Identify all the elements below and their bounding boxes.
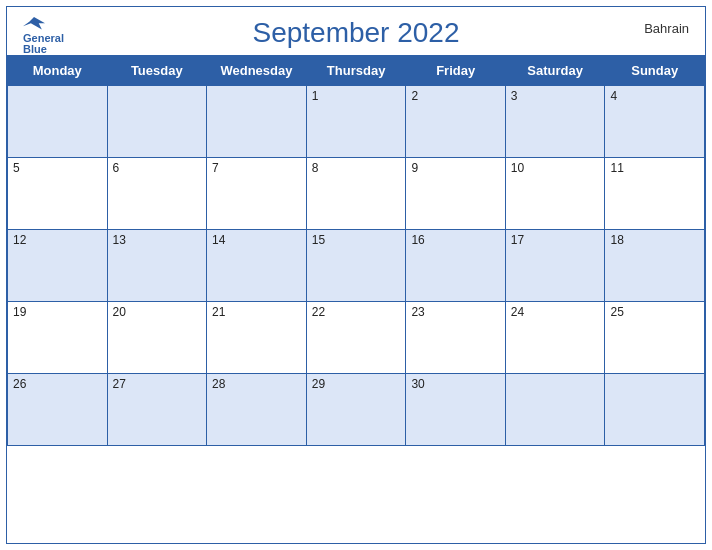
day-number: 22 [312, 305, 325, 319]
calendar-cell: 7 [207, 158, 307, 230]
day-number: 7 [212, 161, 219, 175]
header-saturday: Saturday [505, 56, 605, 86]
day-number: 8 [312, 161, 319, 175]
calendar-cell: 16 [406, 230, 505, 302]
calendar-cell [8, 86, 108, 158]
day-number: 20 [113, 305, 126, 319]
country-label: Bahrain [644, 21, 689, 36]
calendar-cell: 8 [306, 158, 406, 230]
calendar-header: General Blue September 2022 Bahrain [7, 7, 705, 55]
calendar-cell [107, 86, 207, 158]
day-number: 16 [411, 233, 424, 247]
day-number: 23 [411, 305, 424, 319]
day-number: 1 [312, 89, 319, 103]
day-number: 19 [13, 305, 26, 319]
calendar-cell: 4 [605, 86, 705, 158]
calendar-cell: 10 [505, 158, 605, 230]
day-number: 12 [13, 233, 26, 247]
calendar-cell [207, 86, 307, 158]
calendar-week-row: 2627282930 [8, 374, 705, 446]
day-number: 26 [13, 377, 26, 391]
calendar-cell: 21 [207, 302, 307, 374]
calendar-week-row: 1234 [8, 86, 705, 158]
day-number: 27 [113, 377, 126, 391]
calendar-cell: 29 [306, 374, 406, 446]
bird-icon [23, 15, 45, 33]
header-thursday: Thursday [306, 56, 406, 86]
calendar-table: Monday Tuesday Wednesday Thursday Friday… [7, 55, 705, 446]
calendar-cell: 12 [8, 230, 108, 302]
calendar-cell: 30 [406, 374, 505, 446]
header-monday: Monday [8, 56, 108, 86]
calendar-cell [505, 374, 605, 446]
calendar-cell [605, 374, 705, 446]
calendar-cell: 25 [605, 302, 705, 374]
logo-area: General Blue [23, 15, 64, 55]
calendar-cell: 2 [406, 86, 505, 158]
day-number: 25 [610, 305, 623, 319]
calendar-cell: 20 [107, 302, 207, 374]
day-number: 14 [212, 233, 225, 247]
calendar-cell: 3 [505, 86, 605, 158]
day-number: 18 [610, 233, 623, 247]
calendar-week-row: 567891011 [8, 158, 705, 230]
header-friday: Friday [406, 56, 505, 86]
day-number: 17 [511, 233, 524, 247]
day-number: 11 [610, 161, 623, 175]
svg-marker-0 [23, 17, 45, 30]
calendar-cell: 6 [107, 158, 207, 230]
day-number: 30 [411, 377, 424, 391]
day-number: 13 [113, 233, 126, 247]
calendar-cell: 13 [107, 230, 207, 302]
day-number: 2 [411, 89, 418, 103]
day-number: 5 [13, 161, 20, 175]
calendar-cell: 27 [107, 374, 207, 446]
day-number: 24 [511, 305, 524, 319]
day-number: 6 [113, 161, 120, 175]
day-number: 10 [511, 161, 524, 175]
calendar-cell: 19 [8, 302, 108, 374]
header-sunday: Sunday [605, 56, 705, 86]
calendar-week-row: 19202122232425 [8, 302, 705, 374]
calendar-container: General Blue September 2022 Bahrain Mond… [6, 6, 706, 544]
calendar-cell: 5 [8, 158, 108, 230]
day-number: 3 [511, 89, 518, 103]
calendar-cell: 14 [207, 230, 307, 302]
header-tuesday: Tuesday [107, 56, 207, 86]
day-number: 29 [312, 377, 325, 391]
calendar-cell: 23 [406, 302, 505, 374]
calendar-cell: 24 [505, 302, 605, 374]
calendar-body: 1234567891011121314151617181920212223242… [8, 86, 705, 446]
header-wednesday: Wednesday [207, 56, 307, 86]
calendar-cell: 15 [306, 230, 406, 302]
day-number: 28 [212, 377, 225, 391]
calendar-cell: 9 [406, 158, 505, 230]
day-number: 4 [610, 89, 617, 103]
calendar-cell: 17 [505, 230, 605, 302]
day-number: 15 [312, 233, 325, 247]
day-number: 9 [411, 161, 418, 175]
calendar-cell: 22 [306, 302, 406, 374]
calendar-week-row: 12131415161718 [8, 230, 705, 302]
calendar-cell: 26 [8, 374, 108, 446]
calendar-cell: 1 [306, 86, 406, 158]
day-number: 21 [212, 305, 225, 319]
calendar-title: September 2022 [252, 17, 459, 49]
weekday-header-row: Monday Tuesday Wednesday Thursday Friday… [8, 56, 705, 86]
calendar-cell: 18 [605, 230, 705, 302]
calendar-cell: 28 [207, 374, 307, 446]
calendar-cell: 11 [605, 158, 705, 230]
logo-blue: Blue [23, 44, 64, 55]
logo: General Blue [23, 15, 64, 55]
